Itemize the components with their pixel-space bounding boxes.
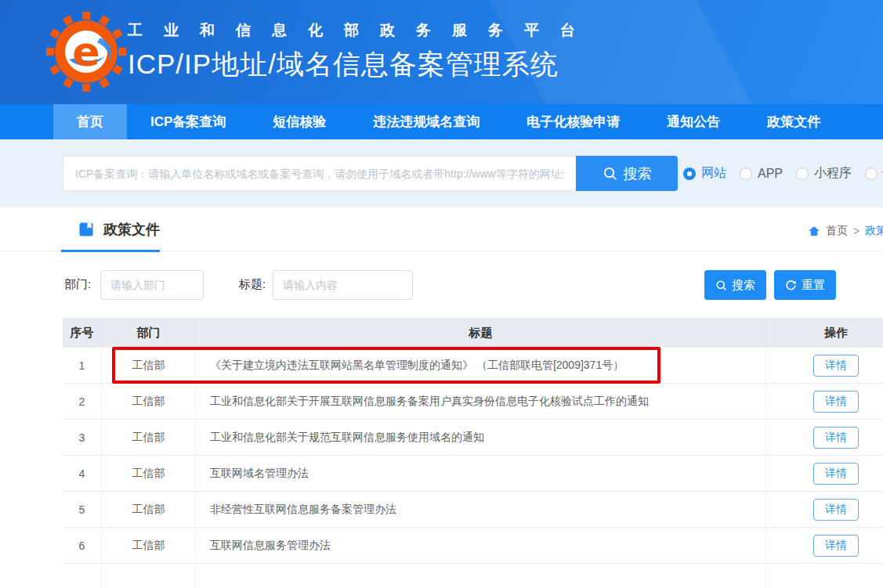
row-title: 《关于建立境内违法互联网站黑名单管理制度的通知》 （工信部联电管[2009]37… <box>196 348 766 383</box>
table-row: 3 工信部 工业和信息化部关于规范互联网信息服务使用域名的通知 详情 <box>63 420 883 456</box>
row-no: 5 <box>63 492 102 527</box>
policy-table: 序号 部门 标题 操作 1 工信部 《关于建立境内违法互联网站黑名单管理制度的通… <box>63 318 883 588</box>
row-no: 6 <box>63 528 102 563</box>
section-head: 政策文件 首页 > 政策文件 <box>0 207 883 251</box>
detail-button[interactable]: 详情 <box>813 535 859 557</box>
search-icon <box>715 280 727 291</box>
detail-button[interactable]: 详情 <box>813 463 859 485</box>
icp-search-button[interactable]: 搜索 <box>576 156 678 191</box>
radio-dot-icon <box>740 168 752 180</box>
row-no: 1 <box>63 348 102 383</box>
detail-button[interactable]: 详情 <box>813 427 859 449</box>
dept-filter-label: 部门: <box>64 277 91 292</box>
nav-item-notices[interactable]: 通知公告 <box>643 104 744 139</box>
row-title: 工业和信息化部关于开展互联网信息服务备案用户真实身份信息电子化核验试点工作的通知 <box>196 384 766 419</box>
book-icon <box>78 222 94 237</box>
row-dept: 工信部 <box>102 456 196 491</box>
nav-item-home[interactable]: 首页 <box>53 104 127 139</box>
row-title: 工业和信息化部关于规范互联网信息服务使用域名的通知 <box>196 420 766 455</box>
platform-label: 工业和信息化部政务服务平台 <box>128 20 596 41</box>
table-row: 2 工信部 工业和信息化部关于开展互联网信息服务备案用户真实身份信息电子化核验试… <box>63 384 883 420</box>
search-type-radio-group: 网站 APP 小程序 快应用 <box>683 156 883 191</box>
brand-block: 工业和信息化部政务服务平台 ICP/IP地址/域名信息备案管理系统 <box>128 20 596 83</box>
table-row: 6 工信部 互联网信息服务管理办法 详情 <box>63 528 883 564</box>
nav-item-icp-query[interactable]: ICP备案查询 <box>127 104 249 139</box>
row-title: 互联网信息服务管理办法 <box>196 528 766 563</box>
refresh-icon <box>785 280 797 291</box>
filter-row: 部门: 标题: 搜索 重置 <box>0 265 883 305</box>
icp-search-input[interactable] <box>63 156 576 191</box>
row-no: 4 <box>63 456 102 491</box>
page: e 工业和信息化部政务服务平台 ICP/IP地址/域名信息备案管理系统 首页 I… <box>0 0 883 588</box>
header-dept: 部门 <box>102 318 196 348</box>
nav-item-illegal-domain-query[interactable]: 违法违规域名查询 <box>349 104 503 139</box>
breadcrumb-current[interactable]: 政策文件 <box>865 224 883 238</box>
radio-dot-icon <box>796 168 809 180</box>
header-no: 序号 <box>63 318 102 348</box>
radio-quick-app[interactable]: 快应用 <box>865 165 883 182</box>
radio-dot-icon <box>683 168 696 180</box>
header-action: 操作 <box>766 318 883 348</box>
table-row: 5 工信部 非经营性互联网信息服务备案管理办法 详情 <box>63 492 883 528</box>
detail-button[interactable]: 详情 <box>813 391 859 413</box>
dept-filter-input[interactable] <box>100 270 204 300</box>
search-button-label: 搜索 <box>624 164 652 183</box>
nav-item-e-verify-apply[interactable]: 电子化核验申请 <box>503 104 643 139</box>
title-filter-label: 标题: <box>239 277 266 292</box>
svg-text:e: e <box>72 28 100 75</box>
filter-search-button[interactable]: 搜索 <box>704 270 766 300</box>
breadcrumb-separator: > <box>853 225 859 237</box>
radio-dot-icon <box>865 168 878 180</box>
row-title: 非经营性互联网信息服务备案管理办法 <box>196 492 766 527</box>
icp-search-band: 搜索 网站 APP 小程序 快应用 <box>0 139 883 207</box>
title-filter-input[interactable] <box>273 270 413 300</box>
breadcrumb: 首页 > 政策文件 <box>808 224 883 238</box>
main-nav: 首页 ICP备案查询 短信核验 违法违规域名查询 电子化核验申请 通知公告 政策… <box>0 104 883 139</box>
miit-gear-e-logo-icon: e <box>45 11 127 92</box>
section-title: 政策文件 <box>103 220 160 239</box>
row-dept: 工信部 <box>102 492 196 527</box>
site-header: e 工业和信息化部政务服务平台 ICP/IP地址/域名信息备案管理系统 <box>0 0 883 104</box>
row-dept: 工信部 <box>102 528 196 563</box>
active-tab-underline <box>61 250 160 252</box>
table-row: 4 工信部 互联网域名管理办法 详情 <box>63 456 883 492</box>
table-header-row: 序号 部门 标题 操作 <box>63 318 883 348</box>
radio-app[interactable]: APP <box>740 167 783 181</box>
nav-item-policy-files[interactable]: 政策文件 <box>744 104 844 139</box>
page-title: ICP/IP地址/域名信息备案管理系统 <box>128 46 596 83</box>
row-title: 互联网域名管理办法 <box>196 456 766 491</box>
filter-reset-button[interactable]: 重置 <box>774 270 836 300</box>
radio-website[interactable]: 网站 <box>683 165 726 182</box>
section-title-block: 政策文件 <box>78 220 160 239</box>
detail-button[interactable]: 详情 <box>813 499 859 521</box>
header-title: 标题 <box>196 318 766 348</box>
row-dept: 工信部 <box>102 384 196 419</box>
breadcrumb-home[interactable]: 首页 <box>826 224 848 238</box>
radio-mini-program[interactable]: 小程序 <box>796 165 852 182</box>
detail-button[interactable]: 详情 <box>813 355 859 377</box>
row-dept: 工信部 <box>102 420 196 455</box>
table-row: 1 工信部 《关于建立境内违法互联网站黑名单管理制度的通知》 （工信部联电管[2… <box>63 348 883 384</box>
search-icon <box>603 166 617 181</box>
table-partial-row <box>63 564 883 588</box>
row-no: 2 <box>63 384 102 419</box>
home-icon <box>808 225 820 237</box>
row-no: 3 <box>63 420 102 455</box>
row-dept: 工信部 <box>102 348 196 383</box>
nav-item-sms-verify[interactable]: 短信核验 <box>249 104 349 139</box>
